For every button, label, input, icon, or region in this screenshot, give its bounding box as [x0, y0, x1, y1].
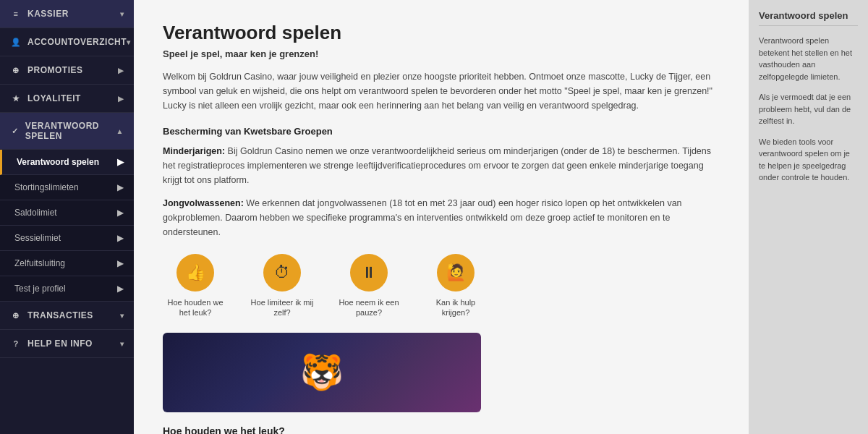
promoties-arrow: ▶	[118, 67, 124, 75]
jongvolwassenen-label: Jongvolwassenen:	[163, 198, 244, 208]
sidebar-item-promoties[interactable]: ⊕ PROMOTIES ▶	[0, 56, 134, 85]
transacties-icon: ⊕	[10, 310, 22, 321]
help-arrow: ▾	[120, 340, 124, 348]
icon-label-limiteer: Hoe limiteer ik mij zelf?	[250, 297, 315, 318]
icon-label-leuk: Hoe houden we het leuk?	[163, 297, 228, 318]
verantwoord-icon: ✓	[10, 125, 20, 137]
account-icon: 👤	[10, 36, 22, 48]
tiger-emoji-1: 🐯	[300, 352, 344, 393]
bescherming-title: Bescherming van Kwetsbare Groepen	[163, 126, 720, 137]
sidebar-item-transacties[interactable]: ⊕ TRANSACTIES ▾	[0, 302, 134, 330]
submenu-label-verantwoord: Verantwoord spelen	[17, 157, 99, 167]
right-sidebar: Verantwoord spelen Verantwoord spelen be…	[749, 0, 868, 434]
sidebar-item-zelfuitsluiting[interactable]: Zelfuitsluiting ▶	[0, 251, 134, 276]
submenu-label-sessie: Sessielimiet	[14, 233, 61, 243]
submenu-arrow-verantwoord: ▶	[117, 157, 124, 167]
pause-icon: ⏸	[350, 254, 388, 292]
timer-icon: ⏱	[263, 254, 301, 292]
main-content: Verantwoord spelen Speel je spel, maar k…	[134, 0, 749, 434]
sidebar-label-help: HELP EN INFO	[27, 339, 93, 349]
submenu-arrow-stortingen: ▶	[117, 182, 124, 192]
page-title: Verantwoord spelen	[163, 22, 720, 44]
right-sidebar-text3: We bieden tools voor verantwoord spelen …	[759, 136, 858, 184]
icon-item-leuk[interactable]: 👍 Hoe houden we het leuk?	[163, 254, 228, 318]
kassier-icon: ≡	[10, 8, 22, 20]
kassier-arrow: ▾	[120, 10, 124, 18]
loyaliteit-arrow: ▶	[118, 95, 124, 103]
submenu-arrow-test: ▶	[117, 284, 124, 294]
icon-row: 👍 Hoe houden we het leuk? ⏱ Hoe limiteer…	[163, 254, 720, 318]
submenu-label-saldo: Saldolimiet	[14, 208, 57, 218]
icon-label-hulp: Kan ik hulp krijgen?	[423, 297, 488, 318]
sidebar-item-help[interactable]: ? HELP EN INFO ▾	[0, 330, 134, 358]
icon-label-pauze: Hoe neem ik een pauze?	[336, 297, 401, 318]
sidebar-item-test[interactable]: Test je profiel ▶	[0, 276, 134, 302]
sidebar-item-stortingslimieten[interactable]: Stortingslimieten ▶	[0, 175, 134, 200]
sidebar-item-accountoverzicht[interactable]: 👤 ACCOUNTOVERZICHT ▾	[0, 28, 134, 56]
sidebar-label-transacties: TRANSACTIES	[27, 310, 93, 320]
sidebar-item-saldolimiet[interactable]: Saldolimiet ▶	[0, 200, 134, 226]
icon-item-pauze[interactable]: ⏸ Hoe neem ik een pauze?	[336, 254, 401, 318]
intro-text: Welkom bij Goldrun Casino, waar jouw vei…	[163, 69, 720, 113]
right-sidebar-text2: Als je vermoedt dat je een probleem hebt…	[759, 91, 858, 127]
sidebar-label-kassier: KASSIER	[27, 9, 69, 19]
minderjarigen-label: Minderjarigen:	[163, 146, 225, 156]
loyaliteit-icon: ★	[10, 93, 22, 104]
right-sidebar-title: Verantwoord spelen	[759, 10, 858, 26]
sidebar-item-loyaliteit[interactable]: ★ LOYALITEIT ▶	[0, 85, 134, 113]
transacties-arrow: ▾	[120, 312, 124, 320]
page-subtitle: Speel je spel, maar ken je grenzen!	[163, 48, 720, 59]
verantwoord-arrow: ▲	[116, 127, 124, 135]
submenu-arrow-zelf: ▶	[117, 258, 124, 268]
sidebar-item-sessielimiet[interactable]: Sessielimiet ▶	[0, 226, 134, 251]
icon-item-limiteer[interactable]: ⏱ Hoe limiteer ik mij zelf?	[250, 254, 315, 318]
sidebar-label-verantwoord: VERANTWOORD SPELEN	[25, 121, 116, 141]
sidebar-item-verantwoord[interactable]: ✓ VERANTWOORD SPELEN ▲	[0, 113, 134, 150]
accountoverzicht-arrow: ▾	[127, 38, 131, 46]
minderjarigen-paragraph: Minderjarigen: Bij Goldrun Casino nemen …	[163, 144, 720, 187]
help-person-icon: 🙋	[437, 254, 475, 292]
icon-item-hulp[interactable]: 🙋 Kan ik hulp krijgen?	[423, 254, 488, 318]
submenu-label-stortingen: Stortingslimieten	[14, 182, 79, 192]
sidebar-item-kassier[interactable]: ≡ KASSIER ▾	[0, 0, 134, 28]
hoe-houden-title: Hoe houden we het leuk?	[163, 425, 720, 434]
tiger-image-1: 🐯	[163, 333, 481, 412]
thumbsup-icon: 👍	[176, 254, 214, 292]
sidebar-item-verantwoord-sub[interactable]: Verantwoord spelen ▶	[0, 150, 134, 175]
sidebar-label-loyaliteit: LOYALITEIT	[27, 93, 81, 103]
jongvolwassenen-paragraph: Jongvolwassenen: We erkennen dat jongvol…	[163, 196, 720, 239]
submenu-label-test: Test je profiel	[14, 284, 66, 294]
minderjarigen-text: Bij Goldrun Casino nemen we onze verantw…	[163, 146, 711, 185]
promoties-icon: ⊕	[10, 64, 22, 76]
sidebar-label-accountoverzicht: ACCOUNTOVERZICHT	[27, 37, 127, 47]
submenu-arrow-sessie: ▶	[117, 233, 124, 243]
sidebar-label-promoties: PROMOTIES	[27, 65, 83, 75]
sidebar: ≡ KASSIER ▾ 👤 ACCOUNTOVERZICHT ▾ ⊕ PROMO…	[0, 0, 134, 434]
help-icon: ?	[10, 338, 22, 349]
submenu-arrow-saldo: ▶	[117, 208, 124, 218]
right-sidebar-text1: Verantwoord spelen betekent het stellen …	[759, 35, 858, 82]
submenu-label-zelf: Zelfuitsluiting	[14, 258, 65, 268]
